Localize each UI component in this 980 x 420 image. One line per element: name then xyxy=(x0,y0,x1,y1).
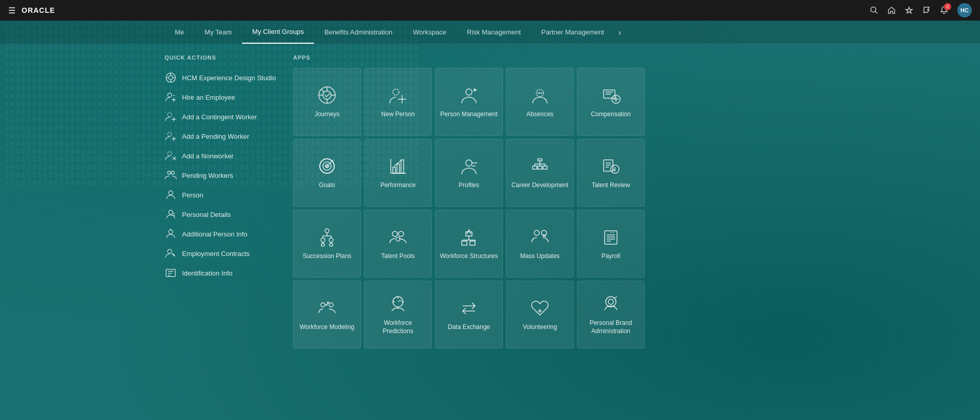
pending-worker-icon xyxy=(165,130,177,142)
app-tile-career-dev-label: Career Development xyxy=(507,181,573,190)
contingent-worker-icon xyxy=(165,111,177,123)
app-tile-payroll[interactable]: Payroll xyxy=(577,210,645,278)
app-tile-profiles-label: Profiles xyxy=(455,181,483,190)
qa-personal-details[interactable]: Personal Details xyxy=(165,205,278,224)
svg-point-88 xyxy=(329,238,333,242)
app-tile-workforce-modeling[interactable]: Workforce Modeling xyxy=(293,281,361,349)
tab-my-client-groups[interactable]: My Client Groups xyxy=(242,21,314,44)
app-tile-data-exchange[interactable]: Data Exchange xyxy=(435,281,503,349)
app-tile-workforce-structures[interactable]: Workforce Structures xyxy=(435,210,503,278)
performance-icon xyxy=(388,156,408,176)
app-tile-person-mgmt[interactable]: Person Management xyxy=(435,68,503,136)
tab-risk-management[interactable]: Risk Management xyxy=(457,21,531,43)
hire-employee-icon xyxy=(165,91,177,103)
app-tile-profiles[interactable]: Profiles xyxy=(435,139,503,207)
app-tile-career-dev[interactable]: Career Development xyxy=(506,139,574,207)
app-tile-talent-pools[interactable]: Talent Pools xyxy=(364,210,432,278)
svg-point-14 xyxy=(168,132,172,136)
app-tile-data-exchange-label: Data Exchange xyxy=(444,323,494,332)
compensation-icon xyxy=(601,85,621,105)
svg-rect-62 xyxy=(401,160,404,173)
nav-chevron-right-icon[interactable]: › xyxy=(619,28,621,36)
qa-pending-workers[interactable]: Pending Workers xyxy=(165,166,278,185)
qa-employment-contracts[interactable]: Employment Contracts xyxy=(165,244,278,263)
search-icon[interactable] xyxy=(870,6,878,14)
app-tile-absences-label: Absences xyxy=(522,111,558,119)
top-bar-left: ☰ ORACLE xyxy=(8,6,55,15)
app-tile-personal-brand[interactable]: Personal Brand Administration xyxy=(577,281,645,349)
talent-pools-icon xyxy=(388,227,408,247)
tab-my-team[interactable]: My Team xyxy=(194,21,242,43)
qa-nonworker-label: Add a Nonworker xyxy=(182,152,233,160)
app-tile-talent-pools-label: Talent Pools xyxy=(377,252,419,261)
svg-point-95 xyxy=(396,237,400,241)
quick-actions-label: QUICK ACTIONS xyxy=(165,54,278,61)
volunteering-icon xyxy=(530,298,550,318)
svg-rect-60 xyxy=(393,167,395,173)
app-tile-succession-plans[interactable]: Succession Plans xyxy=(293,210,361,278)
journeys-icon xyxy=(317,85,337,105)
apps-panel: APPS Journeys New Person xyxy=(293,54,980,414)
absences-icon xyxy=(530,85,550,105)
svg-rect-72 xyxy=(533,166,537,169)
qa-contingent-worker-label: Add a Contingent Worker xyxy=(182,113,257,121)
personal-brand-icon xyxy=(601,294,621,314)
tab-partner-management[interactable]: Partner Management xyxy=(531,21,614,43)
qa-hcm-design-studio[interactable]: HCM Experience Design Studio xyxy=(165,68,278,87)
svg-point-22 xyxy=(169,191,173,195)
profiles-icon xyxy=(459,156,479,176)
svg-point-87 xyxy=(321,238,325,242)
tab-workspace[interactable]: Workspace xyxy=(403,21,457,43)
svg-rect-73 xyxy=(538,166,542,169)
svg-point-40 xyxy=(393,89,399,95)
app-tile-compensation[interactable]: Compensation xyxy=(577,68,645,136)
qa-identification-info[interactable]: Identification Info xyxy=(165,263,278,283)
tab-me[interactable]: Me xyxy=(165,21,194,43)
main-nav: Me My Team My Client Groups Benefits Adm… xyxy=(0,21,980,44)
app-tile-workforce-predictions-label: Workforce Predictions xyxy=(365,319,431,335)
app-tile-performance[interactable]: Performance xyxy=(364,139,432,207)
svg-line-125 xyxy=(398,300,401,302)
flag-icon[interactable] xyxy=(922,6,931,14)
app-tile-absences[interactable]: Absences xyxy=(506,68,574,136)
app-tile-workforce-predictions[interactable]: Workforce Predictions xyxy=(364,281,432,349)
person-icon xyxy=(165,189,177,201)
hamburger-menu-icon[interactable]: ☰ xyxy=(8,6,15,15)
app-tile-talent-review[interactable]: Talent Review xyxy=(577,139,645,207)
app-tile-volunteering[interactable]: Volunteering xyxy=(506,281,574,349)
career-dev-icon xyxy=(530,156,550,176)
qa-pending-worker-label: Add a Pending Worker xyxy=(182,133,249,140)
qa-nonworker[interactable]: Add a Nonworker xyxy=(165,146,278,166)
app-tile-succession-plans-label: Succession Plans xyxy=(299,252,356,261)
oracle-logo: ORACLE xyxy=(22,6,55,14)
qa-person[interactable]: Person xyxy=(165,185,278,205)
svg-point-11 xyxy=(168,113,172,117)
star-icon[interactable] xyxy=(905,6,913,14)
home-icon[interactable] xyxy=(887,6,896,14)
notification-icon[interactable]: 2 xyxy=(940,6,948,14)
svg-rect-96 xyxy=(462,241,467,245)
qa-hire-employee[interactable]: Hire an Employee xyxy=(165,87,278,107)
notification-badge: 2 xyxy=(944,3,951,10)
workforce-modeling-icon xyxy=(317,298,337,318)
additional-info-icon xyxy=(165,228,177,240)
personal-details-icon xyxy=(165,208,177,221)
svg-rect-98 xyxy=(466,232,472,236)
qa-pending-worker[interactable]: Add a Pending Worker xyxy=(165,126,278,146)
qa-pending-workers-label: Pending Workers xyxy=(182,172,233,179)
svg-point-26 xyxy=(169,230,173,234)
qa-additional-info[interactable]: Additional Person Info xyxy=(165,224,278,244)
app-tile-new-person[interactable]: New Person xyxy=(364,68,432,136)
tab-benefits-admin[interactable]: Benefits Administration xyxy=(314,21,403,43)
svg-point-115 xyxy=(329,303,333,307)
svg-point-103 xyxy=(534,230,539,235)
top-bar: ☰ ORACLE 2 HC xyxy=(0,0,980,21)
app-tile-journeys[interactable]: Journeys xyxy=(293,68,361,136)
qa-contingent-worker[interactable]: Add a Contingent Worker xyxy=(165,107,278,126)
app-tile-mass-updates[interactable]: Mass Updates xyxy=(506,210,574,278)
user-avatar[interactable]: HC xyxy=(957,3,972,17)
app-tile-goals[interactable]: Goals xyxy=(293,139,361,207)
app-tile-talent-review-label: Talent Review xyxy=(588,181,634,190)
qa-personal-details-label: Personal Details xyxy=(182,211,231,218)
svg-rect-66 xyxy=(538,159,542,161)
